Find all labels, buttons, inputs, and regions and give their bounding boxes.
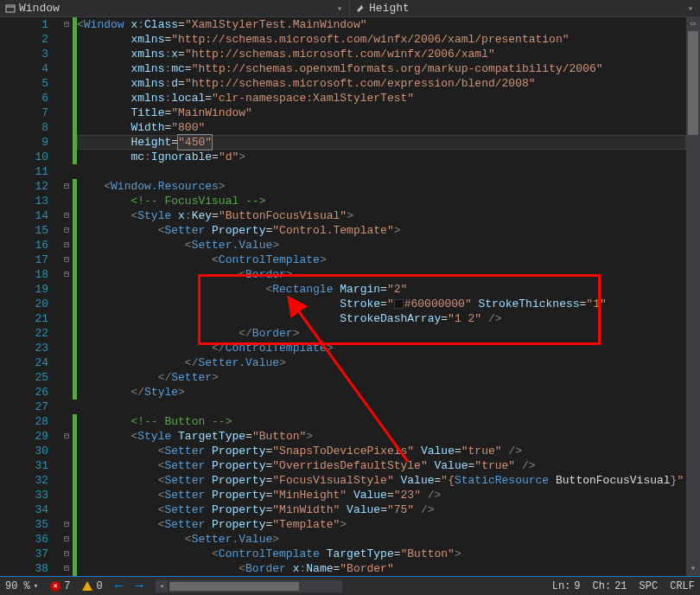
scrollbar-thumb[interactable] (688, 31, 698, 135)
warning-count[interactable]: 0 (82, 580, 102, 592)
breadcrumb-member-label: Height (369, 2, 410, 15)
error-count[interactable]: ✕ 7 (50, 580, 70, 592)
horizontal-scrollbar[interactable]: ◂ (156, 580, 342, 592)
breadcrumb-member[interactable]: Height ▾ (350, 0, 700, 16)
chevron-down-icon[interactable]: ▾ (688, 3, 695, 14)
vertical-scrollbar[interactable]: ▭ ▴ ▾ (686, 17, 700, 576)
breadcrumb-scope[interactable]: Window ▾ (0, 0, 350, 16)
current-line: Height="450" (77, 135, 686, 150)
zoom-level[interactable]: 90 % ▾ (5, 580, 38, 592)
scroll-down-button[interactable]: ▾ (686, 562, 700, 576)
wrench-icon (355, 3, 366, 14)
nav-forward-button[interactable]: → (135, 579, 143, 594)
cursor-line[interactable]: Ln: 9 (552, 580, 581, 592)
status-bar: 90 % ▾ ✕ 7 0 ← → ◂ Ln: 9 Ch: 21 SPC CRLF (0, 576, 700, 595)
nav-back-button[interactable]: ← (115, 579, 124, 594)
line-number-gutter: 1234567891011121314151617181920212223242… (0, 17, 60, 576)
indent-mode[interactable]: SPC (640, 580, 659, 592)
h-scrollbar-thumb[interactable] (169, 582, 299, 591)
chevron-down-icon[interactable]: ▾ (337, 3, 344, 14)
scroll-left-button[interactable]: ◂ (156, 580, 168, 592)
warning-icon (82, 581, 92, 591)
code-editor[interactable]: 1234567891011121314151617181920212223242… (0, 17, 700, 576)
color-swatch (394, 299, 404, 309)
line-ending[interactable]: CRLF (670, 580, 695, 592)
code-area[interactable]: <Window x:Class="XamlStylerTest.MainWind… (77, 17, 686, 576)
fold-gutter[interactable]: ⊟⊟⊟⊟⊟⊟⊟⊟⊟⊟⊟⊟ (60, 17, 73, 576)
split-icon[interactable]: ▭ (686, 17, 700, 31)
error-icon: ✕ (50, 581, 60, 592)
cursor-char[interactable]: Ch: 21 (593, 580, 627, 592)
breadcrumb-scope-label: Window (19, 2, 60, 15)
breadcrumb-toolbar: Window ▾ Height ▾ (0, 0, 700, 17)
svg-rect-0 (6, 5, 15, 12)
window-icon (5, 3, 16, 14)
